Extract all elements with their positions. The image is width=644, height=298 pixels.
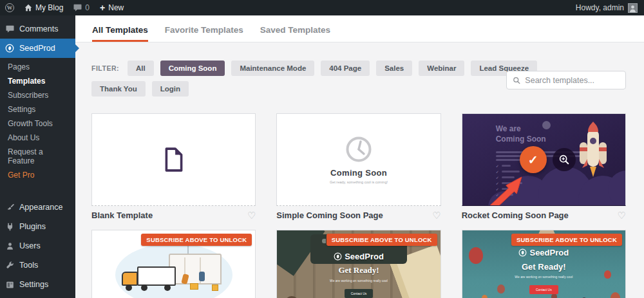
filter-coming-soon[interactable]: Coming Soon [160,61,225,76]
subscribe-unlock-badge: SUBSCRIBE ABOVE TO UNLOCK [141,234,252,246]
truck-trailer [137,266,176,286]
submenu-item-about-us[interactable]: About Us [0,131,75,145]
templates-tab-bar: All Templates Favorite Templates Saved T… [75,15,644,42]
site-name-link[interactable]: My Blog [24,0,63,15]
worker-figure [199,272,205,281]
seedprod-leaf-icon [334,252,342,261]
tab-favorite-templates[interactable]: Favorite Templates [165,25,243,42]
admin-bar: W My Blog 0 + New Howdy, admin [0,0,644,15]
wrench-icon [5,261,14,270]
preview-heading: Get Ready! [338,265,379,275]
submenu-item-get-pro[interactable]: Get Pro [0,168,75,182]
filter-all[interactable]: All [128,61,154,76]
template-title: Blank Template [91,210,153,220]
search-input[interactable] [525,76,620,85]
sidebar-item-label: Appearance [19,203,62,212]
seedprod-brand: SeedProd [518,248,569,257]
preview-subtext: We are working on something really cool [515,275,573,279]
new-content-button[interactable]: + New [100,0,124,15]
tab-all-templates[interactable]: All Templates [92,25,148,42]
filter-login[interactable]: Login [152,81,189,97]
submenu-item-subscribers[interactable]: Subscribers [0,88,75,102]
comment-icon [5,25,14,33]
subscribe-unlock-badge: SUBSCRIBE ABOVE TO UNLOCK [327,234,437,246]
filter-maintenance-mode[interactable]: Maintenance Mode [231,61,314,76]
sidebar-item-label: Plugins [19,222,46,231]
balloon-shape [551,293,557,298]
subscribe-unlock-badge: SUBSCRIBE ABOVE TO UNLOCK [511,234,622,246]
sidebar-item-label: Comments [19,24,58,33]
preview-heading: We are Coming Soon [496,124,546,144]
preview-subtext: We are working on something really cool [330,279,388,283]
balloon-shape [611,292,620,298]
template-preview-rocket[interactable]: We are Coming Soon ✓ ✓ ✓ ✓ ✓ ✓ [462,113,626,206]
sidebar-item-label: Settings [19,280,48,289]
template-preview-locked-1[interactable]: SUBSCRIBE ABOVE TO UNLOCK Get Ready! [91,230,256,298]
template-title-row: Blank Template ♡ [91,209,256,221]
admin-sidebar: Comments SeedProd Pages Templates Subscr… [0,15,75,298]
template-preview-locked-2[interactable]: SUBSCRIBE ABOVE TO UNLOCK SeedProd Get R… [276,230,440,298]
seedprod-leaf-icon [5,44,14,53]
wordpress-menu[interactable]: W [5,0,14,15]
sidebar-item-label: Users [19,241,41,250]
submenu-item-growth-tools[interactable]: Growth Tools [0,116,75,131]
filter-404-page[interactable]: 404 Page [321,61,370,76]
comment-icon [73,4,82,12]
filter-sales[interactable]: Sales [376,61,412,76]
sidebar-item-appearance[interactable]: Appearance [0,198,75,217]
howdy-text: Howdy, admin [576,3,624,12]
template-card-locked-1: SUBSCRIBE ABOVE TO UNLOCK Get Ready! [91,230,256,298]
template-title: Simple Coming Soon Page [276,210,383,220]
submenu-item-templates[interactable]: Templates [0,74,75,88]
sidebar-item-users[interactable]: Users [0,236,75,256]
template-title-row: Rocket Coming Soon Page ♡ [462,209,626,221]
sidebar-item-comments[interactable]: Comments [0,19,75,39]
magnifier-plus-icon [558,154,570,165]
active-menu-arrow [75,44,79,53]
seedprod-brand: SeedProd [334,252,384,261]
choose-template-button[interactable]: ✓ [520,146,547,173]
tab-saved-templates[interactable]: Saved Templates [260,25,330,42]
filter-webinar[interactable]: Webinar [419,61,464,76]
template-card-locked-2: SUBSCRIBE ABOVE TO UNLOCK SeedProd Get R… [276,230,440,298]
balloon-shape [482,295,488,298]
menu-separator [0,189,75,198]
sidebar-item-label: SeedProd [19,44,55,53]
template-card-rocket: We are Coming Soon ✓ ✓ ✓ ✓ ✓ ✓ [462,113,626,221]
sidebar-item-settings[interactable]: Settings [0,275,75,294]
submenu-item-pages[interactable]: Pages [0,60,75,74]
brand-name: SeedProd [529,248,569,257]
filter-label: FILTER: [91,64,119,72]
filter-thank-you[interactable]: Thank You [91,81,146,97]
template-preview-blank[interactable] [91,113,256,206]
comments-bubble[interactable]: 0 [73,0,90,15]
template-preview-locked-3[interactable]: SUBSCRIBE ABOVE TO UNLOCK SeedProd Get R… [462,230,626,298]
contact-us-button[interactable]: Contact Us [529,285,558,294]
template-card-simple: Coming Soon Get ready, something cool is… [276,113,440,221]
favorite-heart-icon[interactable]: ♡ [432,210,440,220]
preview-zoom-button[interactable] [553,148,576,171]
template-preview-simple[interactable]: Coming Soon Get ready, something cool is… [276,113,440,206]
favorite-heart-icon[interactable]: ♡ [618,210,626,220]
seedprod-submenu: Pages Templates Subscribers Settings Gro… [0,58,75,189]
submenu-item-settings[interactable]: Settings [0,102,75,116]
crate [212,284,218,291]
truck-cab [122,272,138,286]
submenu-item-request-feature[interactable]: Request a Feature [0,145,75,168]
truck-wheel [126,284,132,291]
warehouse-shape [169,254,222,284]
sidebar-item-seedprod[interactable]: SeedProd [0,39,75,58]
plus-icon: + [100,3,105,12]
balloon-shape [604,270,611,279]
sidebar-item-tools[interactable]: Tools [0,256,75,275]
favorite-heart-icon[interactable]: ♡ [247,210,256,220]
annotation-arrow [486,173,531,206]
template-card-locked-3: SUBSCRIBE ABOVE TO UNLOCK SeedProd Get R… [462,230,626,298]
contact-us-button[interactable]: Contact Us [345,289,374,298]
template-search [506,71,626,89]
seedprod-leaf-icon [518,248,527,257]
clock-icon [345,135,373,163]
blank-page-icon [164,147,184,172]
sidebar-item-plugins[interactable]: Plugins [0,217,75,236]
account-menu[interactable]: Howdy, admin [576,3,638,13]
